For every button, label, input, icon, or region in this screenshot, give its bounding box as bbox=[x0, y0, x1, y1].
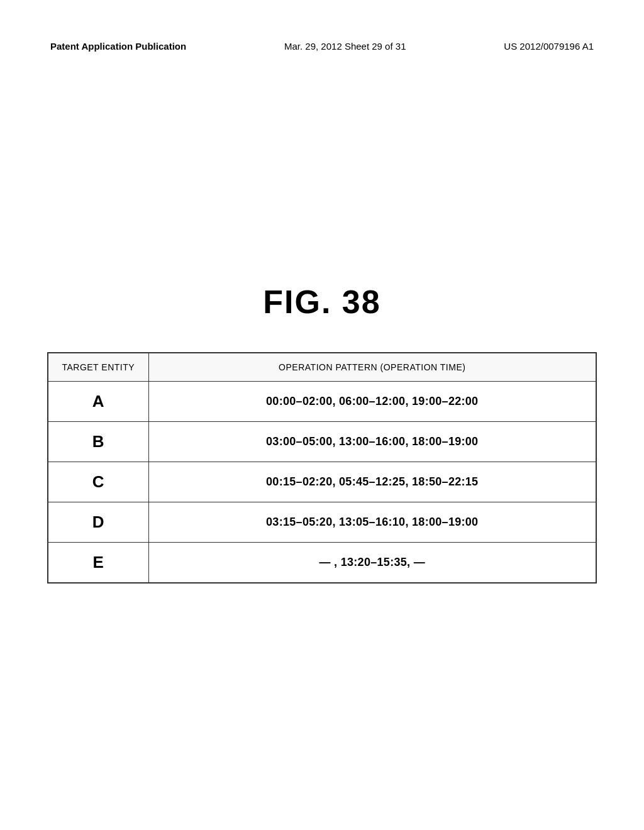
table-header-row: TARGET ENTITY OPERATION PATTERN (OPERATI… bbox=[48, 353, 596, 382]
table-row: E— , 13:20–15:35, — bbox=[48, 543, 596, 584]
table-row: A00:00–02:00, 06:00–12:00, 19:00–22:00 bbox=[48, 382, 596, 422]
data-table-container: TARGET ENTITY OPERATION PATTERN (OPERATI… bbox=[47, 352, 597, 584]
cell-entity-b: B bbox=[48, 422, 148, 462]
cell-entity-c: C bbox=[48, 462, 148, 502]
cell-pattern-d: 03:15–05:20, 13:05–16:10, 18:00–19:00 bbox=[148, 502, 596, 543]
cell-pattern-c: 00:15–02:20, 05:45–12:25, 18:50–22:15 bbox=[148, 462, 596, 502]
table-row: D03:15–05:20, 13:05–16:10, 18:00–19:00 bbox=[48, 502, 596, 543]
cell-entity-a: A bbox=[48, 382, 148, 422]
cell-entity-d: D bbox=[48, 502, 148, 543]
col-header-entity: TARGET ENTITY bbox=[48, 353, 148, 382]
cell-pattern-a: 00:00–02:00, 06:00–12:00, 19:00–22:00 bbox=[148, 382, 596, 422]
cell-pattern-b: 03:00–05:00, 13:00–16:00, 18:00–19:00 bbox=[148, 422, 596, 462]
figure-title: FIG. 38 bbox=[0, 283, 644, 321]
operation-table: TARGET ENTITY OPERATION PATTERN (OPERATI… bbox=[47, 352, 597, 584]
header-publication-label: Patent Application Publication bbox=[50, 41, 186, 52]
cell-pattern-e: — , 13:20–15:35, — bbox=[148, 543, 596, 584]
page-header: Patent Application Publication Mar. 29, … bbox=[0, 41, 644, 52]
header-patent-number: US 2012/0079196 A1 bbox=[504, 41, 594, 52]
header-date-sheet: Mar. 29, 2012 Sheet 29 of 31 bbox=[284, 41, 406, 52]
table-row: B03:00–05:00, 13:00–16:00, 18:00–19:00 bbox=[48, 422, 596, 462]
col-header-pattern: OPERATION PATTERN (OPERATION TIME) bbox=[148, 353, 596, 382]
table-row: C00:15–02:20, 05:45–12:25, 18:50–22:15 bbox=[48, 462, 596, 502]
cell-entity-e: E bbox=[48, 543, 148, 584]
